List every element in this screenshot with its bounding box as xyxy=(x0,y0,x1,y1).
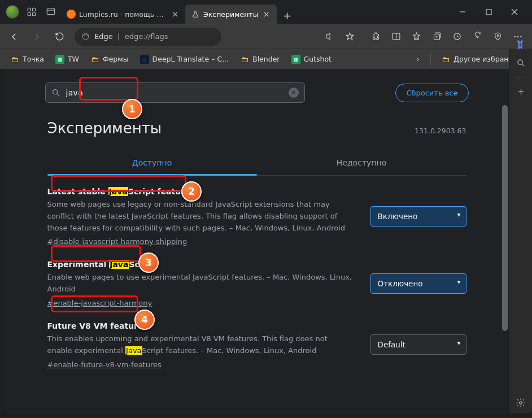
sidebar-add-icon[interactable] xyxy=(512,83,529,100)
bookmark-label: Gutshot xyxy=(304,55,332,63)
window-controls xyxy=(450,0,527,24)
bookmark-label: Blender xyxy=(252,55,280,63)
bookmark-label: Точка xyxy=(23,55,44,63)
read-aloud-icon[interactable] xyxy=(320,27,339,46)
clear-search-icon[interactable]: ✕ xyxy=(289,88,299,98)
forward-button[interactable] xyxy=(27,27,46,46)
close-icon[interactable]: × xyxy=(262,10,271,19)
minimize-button[interactable] xyxy=(450,0,476,24)
address-bar[interactable]: Edge | edge://flags xyxy=(75,28,221,46)
new-tab-button[interactable]: + xyxy=(279,7,296,24)
page-heading: Эксперименты xyxy=(47,120,162,137)
history-icon[interactable] xyxy=(447,27,466,46)
folder-icon: 🗀 xyxy=(240,55,249,64)
folder-icon: 🗀 xyxy=(90,55,99,64)
svg-rect-0 xyxy=(28,8,30,11)
browser-essentials-icon[interactable] xyxy=(488,27,507,46)
favorite-star-icon[interactable] xyxy=(340,27,359,46)
page-content: ✕ Сбросить все Эксперименты 131.0.2903.6… xyxy=(5,69,509,413)
flag-row: Experimental JavaScriptEnable web pages … xyxy=(40,249,474,310)
flags-search-box[interactable]: ✕ xyxy=(45,82,305,103)
flag-title: Experimental JavaScript xyxy=(47,260,156,269)
flags-search-input[interactable] xyxy=(66,88,283,97)
bookmark-label: DeepL Translate – C... xyxy=(152,55,229,63)
sheets-icon: ▦ xyxy=(55,55,64,64)
svg-point-22 xyxy=(517,59,522,64)
flag-state-select[interactable]: DefaultВключеноОтключено xyxy=(370,334,466,355)
flag-title: Future V8 VM features xyxy=(47,321,148,330)
favicon-lumpics xyxy=(67,10,76,19)
flask-icon xyxy=(191,10,200,19)
svg-point-26 xyxy=(520,402,522,404)
folder-icon: 🗀 xyxy=(441,55,450,64)
bookmark-item[interactable]: 🗀Точка xyxy=(6,53,49,66)
refresh-button[interactable] xyxy=(50,27,69,46)
collections-icon[interactable] xyxy=(427,27,446,46)
flag-anchor-link[interactable]: #disable-javascript-harmony-shipping xyxy=(47,237,187,246)
bookmark-label: TW xyxy=(68,55,79,63)
browser-tab[interactable]: Lumpics.ru - помощь с компьют × xyxy=(61,5,185,24)
close-window-button[interactable] xyxy=(502,0,527,24)
svg-rect-6 xyxy=(486,10,491,15)
search-icon xyxy=(51,88,60,97)
flag-description: Enable web pages to use experimental Jav… xyxy=(47,272,352,295)
window-titlebar: Lumpics.ru - помощь с компьют × Эксперим… xyxy=(0,0,532,24)
tab-label: Lumpics.ru - помощь с компьют xyxy=(79,10,167,19)
sidebar-strip xyxy=(509,49,532,413)
page-tabs: Доступно Недоступно xyxy=(47,151,466,176)
edge-icon xyxy=(81,32,90,41)
flag-anchor-link[interactable]: #enable-future-v8-vm-features xyxy=(47,360,162,369)
scrollbar-thumb[interactable] xyxy=(502,105,508,331)
back-button[interactable] xyxy=(5,27,24,46)
svg-rect-4 xyxy=(47,8,55,15)
svg-rect-3 xyxy=(33,13,36,16)
bookmark-item[interactable]: ▦TW xyxy=(51,53,84,66)
tab-label: Эксперименты xyxy=(203,10,259,19)
flag-row: Future V8 VM featuresThis enables upcomi… xyxy=(40,310,474,372)
flag-state-select[interactable]: DefaultВключеноОтключено xyxy=(370,273,466,294)
browser-tab-active[interactable]: Эксперименты × xyxy=(185,5,277,24)
sheets-icon: ▦ xyxy=(291,55,300,64)
bookmark-item[interactable]: 🗀Blender xyxy=(236,53,284,66)
flag-description: Some web pages use legacy or non-standar… xyxy=(47,199,352,234)
bookmark-item[interactable]: ▦Gutshot xyxy=(287,53,337,66)
svg-point-18 xyxy=(497,35,499,37)
svg-rect-2 xyxy=(28,13,30,16)
maximize-button[interactable] xyxy=(476,0,502,24)
svg-line-28 xyxy=(57,94,59,95)
address-text: Edge | edge://flags xyxy=(94,32,168,41)
extensions-icon[interactable] xyxy=(366,27,385,46)
performance-icon[interactable] xyxy=(468,27,487,46)
svg-point-27 xyxy=(53,90,57,94)
tab-available[interactable]: Доступно xyxy=(47,151,257,175)
reset-all-button[interactable]: Сбросить все xyxy=(395,84,468,102)
sidebar-search-icon[interactable] xyxy=(512,54,529,71)
scrollbar[interactable] xyxy=(501,69,509,413)
flag-state-select[interactable]: DefaultВключеноОтключено xyxy=(370,206,466,227)
flag-row: Latest stable JavaScript featuresSome we… xyxy=(40,176,474,249)
deepl-icon: ◆ xyxy=(140,55,149,64)
workspaces-icon[interactable] xyxy=(24,4,40,20)
tabstrip: Lumpics.ru - помощь с компьют × Эксперим… xyxy=(61,0,450,24)
sidebar-settings-icon[interactable] xyxy=(512,394,529,411)
tab-actions-icon[interactable] xyxy=(43,4,59,20)
bookmarks-bar: 🗀Точка ▦TW 🗀Фермы ◆DeepL Translate – C..… xyxy=(0,49,532,69)
bookmark-item[interactable]: 🗀Фермы xyxy=(86,53,133,66)
svg-rect-1 xyxy=(33,8,36,11)
split-screen-icon[interactable] xyxy=(386,27,405,46)
flag-title: Latest stable JavaScript features xyxy=(47,187,195,196)
profile-avatar[interactable] xyxy=(6,5,19,19)
bookmark-item[interactable]: ◆DeepL Translate – C... xyxy=(136,53,233,66)
folder-icon: 🗀 xyxy=(10,55,19,64)
svg-line-23 xyxy=(522,64,524,66)
browser-toolbar: Edge | edge://flags xyxy=(0,24,532,49)
flag-anchor-link[interactable]: #enable-javascript-harmony xyxy=(47,299,152,307)
bookmarks-chevron-icon[interactable]: › xyxy=(411,50,425,69)
bookmark-label: Фермы xyxy=(103,55,129,63)
flag-description: This enables upcoming and experimental V… xyxy=(47,333,352,357)
favorites-icon[interactable] xyxy=(407,27,426,46)
version-label: 131.0.2903.63 xyxy=(415,127,466,135)
svg-point-9 xyxy=(82,33,89,40)
tab-unavailable[interactable]: Недоступно xyxy=(257,151,466,175)
close-icon[interactable]: × xyxy=(171,10,180,19)
